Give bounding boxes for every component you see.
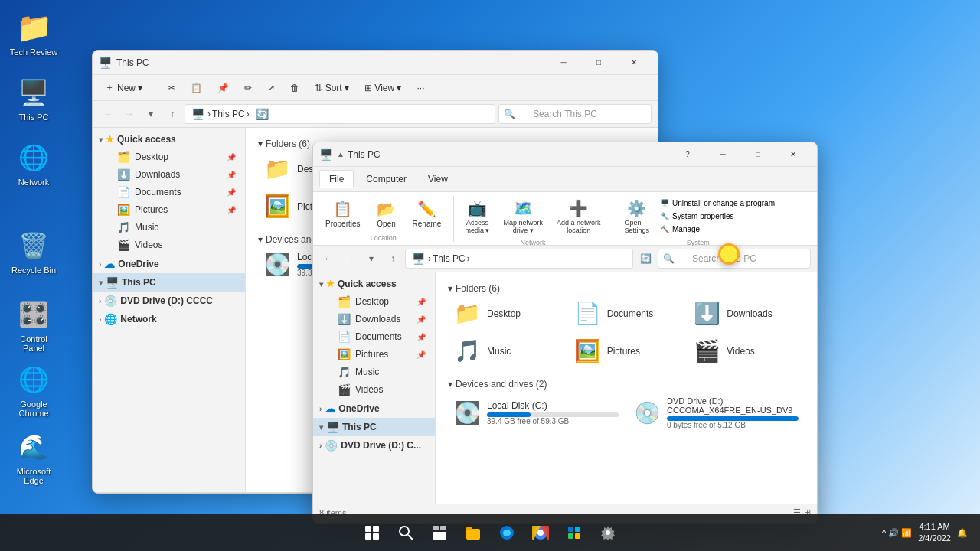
dvd-header-front[interactable]: › 💿 DVD Drive (D:) C... — [313, 436, 435, 455]
sidebar-item-music[interactable]: 🎵 Music — [96, 219, 242, 236]
rename-button-ribbon[interactable]: ✏️ Rename — [407, 197, 448, 231]
maximize-button-front[interactable]: □ — [740, 142, 776, 167]
chrome-taskbar-button[interactable] — [525, 517, 556, 548]
delete-button[interactable]: 🗑 — [284, 80, 305, 96]
network-header-back[interactable]: › 🌐 Network — [93, 310, 245, 328]
folder-item-music-front[interactable]: 🎵 Music — [448, 334, 565, 368]
address-field-back[interactable]: 🖥️ › This PC › 🔄 — [185, 104, 495, 124]
open-button[interactable]: 📂 Open — [368, 197, 405, 231]
sidebar-item-downloads-front[interactable]: ⬇️ Downloads 📌 — [316, 311, 432, 328]
up-button-front[interactable]: ↑ — [384, 249, 402, 268]
task-view-button[interactable] — [424, 517, 455, 548]
close-button-back[interactable]: ✕ — [616, 51, 652, 75]
tab-file[interactable]: File — [319, 170, 354, 188]
thispc-header-front[interactable]: ▾ 🖥️ This PC — [313, 418, 435, 436]
cut-button[interactable]: ✂ — [162, 80, 181, 96]
new-button[interactable]: ＋ New ▾ — [99, 78, 149, 97]
properties-button[interactable]: 📋 Properties — [319, 197, 367, 231]
quick-access-header-front[interactable]: ▾ ★ Quick access — [313, 276, 435, 292]
sidebar-item-downloads[interactable]: ⬇️ Downloads 📌 — [96, 166, 242, 183]
minimize-button-back[interactable]: ─ — [546, 51, 581, 75]
onedrive-header-front[interactable]: › ☁ OneDrive — [313, 399, 435, 418]
desktop-icon-control[interactable]: 🎛️ Control Panel — [6, 295, 61, 356]
file-explorer-taskbar-button[interactable] — [458, 517, 488, 548]
add-network-button[interactable]: ➕ Add a networklocation — [550, 196, 607, 237]
search-input-front[interactable]: 🔍 Search This PC — [658, 249, 811, 269]
desktop-icon-thispc[interactable]: 🖥️ This PC — [6, 73, 61, 125]
sidebar-item-documents[interactable]: 📄 Documents 📌 — [96, 184, 242, 201]
folder-videos-name-front: Videos — [727, 346, 754, 357]
help-button-front[interactable]: ? — [670, 142, 705, 167]
pin-icon: 📌 — [416, 350, 426, 359]
desktop-icon-recycle[interactable]: 🗑️ Recycle Bin — [6, 226, 61, 278]
window-controls-front[interactable]: ? ─ □ ✕ — [670, 142, 811, 167]
sidebar-item-videos-front[interactable]: 🎬 Videos — [316, 381, 432, 398]
copy-button[interactable]: 📋 — [185, 80, 208, 96]
tab-computer[interactable]: Computer — [357, 171, 416, 187]
search-input-back[interactable]: 🔍 Search This PC — [498, 104, 652, 124]
system-buttons: ⚙️ OpenSettings 🖥️ Uninstall or change a… — [618, 196, 778, 237]
folder-item-pictures-front[interactable]: 🖼️ Pictures — [568, 334, 685, 368]
open-settings-button[interactable]: ⚙️ OpenSettings — [618, 196, 655, 237]
recent-button[interactable]: ▾ — [142, 105, 160, 123]
sidebar-item-pictures-front[interactable]: 🖼️ Pictures 📌 — [316, 346, 432, 363]
onedrive-header[interactable]: › ☁ OneDrive — [93, 255, 245, 273]
access-media-button[interactable]: 📺 Accessmedia ▾ — [459, 196, 495, 237]
settings-taskbar-button[interactable] — [593, 517, 623, 548]
notifications-button[interactable]: 🔔 — [957, 528, 968, 538]
rename-button[interactable]: ✏ — [238, 80, 258, 96]
folder-item-desktop-front[interactable]: 📁 Desktop — [448, 296, 565, 331]
drives-section-header-front[interactable]: ▾ Devices and drives (2) — [448, 374, 805, 392]
tab-view[interactable]: View — [419, 171, 457, 187]
uninstall-button[interactable]: 🖥️ Uninstall or change a program — [657, 197, 778, 209]
share-button[interactable]: ↗ — [261, 80, 281, 96]
minimize-button-front[interactable]: ─ — [705, 142, 740, 167]
store-taskbar-button[interactable] — [559, 517, 590, 548]
folder-item-videos-front[interactable]: 🎬 Videos — [688, 334, 805, 368]
more-button[interactable]: ··· — [411, 80, 431, 96]
close-button-front[interactable]: ✕ — [776, 142, 811, 167]
search-taskbar-button[interactable] — [390, 517, 421, 548]
sidebar-item-pictures[interactable]: 🖼️ Pictures 📌 — [96, 201, 242, 218]
sidebar-item-documents-front[interactable]: 📄 Documents 📌 — [316, 328, 432, 345]
dvd-header-back[interactable]: › 💿 DVD Drive (D:) CCCC — [93, 292, 245, 310]
sidebar-item-music-front[interactable]: 🎵 Music — [316, 364, 432, 380]
recent-button-front[interactable]: ▾ — [362, 249, 381, 268]
edge-taskbar-button[interactable] — [492, 517, 522, 548]
desktop-icon-chrome[interactable]: 🌐 Google Chrome — [6, 360, 61, 421]
forward-button-front[interactable]: → — [341, 249, 359, 268]
location-label: Location — [319, 234, 447, 242]
sidebar-item-videos[interactable]: 🎬 Videos — [96, 236, 242, 253]
folder-item-documents-front[interactable]: 📄 Documents — [568, 296, 685, 331]
address-field-front[interactable]: 🖥️ › This PC › — [405, 249, 633, 269]
desktop-icon-edge[interactable]: 🌊 Microsoft Edge — [6, 427, 61, 488]
sidebar-item-desktop-front[interactable]: 🗂️ Desktop 📌 — [316, 293, 432, 310]
map-network-button[interactable]: 🗺️ Map networkdrive ▾ — [497, 196, 549, 237]
up-button[interactable]: ↑ — [163, 105, 181, 123]
paste-button[interactable]: 📌 — [211, 80, 235, 96]
desktop-icon-folder[interactable]: 📁 Tech Review — [6, 8, 61, 60]
back-button[interactable]: ← — [99, 105, 117, 123]
folders-label-front: Folders (6) — [456, 283, 500, 294]
refresh-button-front[interactable]: 🔄 — [636, 249, 655, 268]
start-button[interactable] — [357, 517, 387, 548]
view-button[interactable]: ⊞ View ▾ — [358, 80, 407, 96]
window-controls-back[interactable]: ─ □ ✕ — [546, 51, 652, 75]
sidebar-item-desktop[interactable]: 🗂️ Desktop 📌 — [96, 148, 242, 165]
refresh-icon: 🔄 — [256, 108, 269, 120]
svg-rect-1 — [373, 526, 379, 532]
drive-item-c-front[interactable]: 💽 Local Disk (C:) 39.4 GB free of 59.3 G… — [448, 392, 625, 434]
back-button-front[interactable]: ← — [319, 249, 338, 268]
sort-button[interactable]: ⇅ Sort ▾ — [309, 80, 355, 96]
drive-item-dvd-front[interactable]: 💿 DVD Drive (D:) CCCOMA_X64FRE_EN-US_DV9… — [628, 392, 805, 434]
maximize-button-back[interactable]: □ — [581, 51, 616, 75]
manage-button[interactable]: 🔨 Manage — [657, 223, 778, 235]
folder-item-downloads-front[interactable]: ⬇️ Downloads — [688, 296, 805, 331]
thispc-header-back[interactable]: ▾ 🖥️ This PC — [93, 273, 245, 292]
system-props-button[interactable]: 🔧 System properties — [657, 210, 778, 222]
dvd-icon-front: 💿 — [325, 439, 338, 452]
folders-section-header-front[interactable]: ▾ Folders (6) — [448, 279, 805, 296]
desktop-icon-network[interactable]: 🌐 Network — [6, 138, 61, 190]
forward-button[interactable]: → — [120, 105, 139, 123]
quick-access-header[interactable]: ▾ ★ Quick access — [93, 131, 245, 148]
